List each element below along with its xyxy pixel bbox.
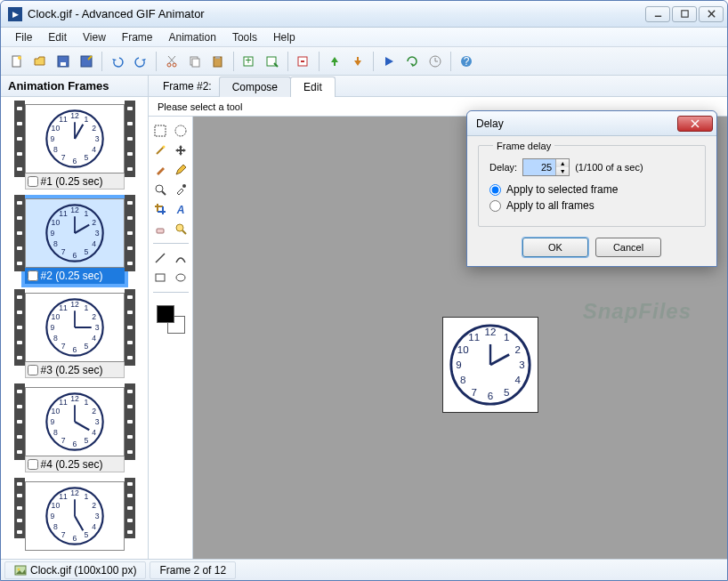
- spinner-up-icon[interactable]: ▲: [556, 159, 569, 167]
- frame-thumbnail[interactable]: 1212 345 678 91011: [25, 198, 125, 268]
- tab-edit[interactable]: Edit: [290, 77, 336, 97]
- ellipse-icon[interactable]: [172, 269, 190, 286]
- menu-edit[interactable]: Edit: [41, 29, 74, 45]
- redo-icon[interactable]: [130, 51, 151, 72]
- frame-item[interactable]: 1212 345 678 91011 #4 (0.25 sec): [4, 383, 144, 476]
- menu-tools[interactable]: Tools: [225, 29, 264, 45]
- minimize-button[interactable]: [645, 6, 670, 22]
- radio-all-input[interactable]: [489, 200, 501, 212]
- paste-icon[interactable]: [207, 51, 229, 72]
- svg-text:12: 12: [70, 300, 79, 309]
- radio-selected-frame[interactable]: Apply to selected frame: [489, 183, 694, 196]
- delay-spinner[interactable]: ▲ ▼: [522, 158, 570, 176]
- foreground-color-swatch[interactable]: [157, 305, 174, 323]
- frame-indicator: Frame #2:: [156, 77, 219, 96]
- undo-icon[interactable]: [107, 51, 128, 72]
- rect-icon[interactable]: [151, 269, 169, 286]
- insert-frame-from-file-icon[interactable]: [262, 51, 283, 72]
- insert-frame-icon[interactable]: +: [239, 51, 260, 72]
- move-icon[interactable]: [172, 141, 190, 159]
- menu-file[interactable]: File: [8, 29, 39, 45]
- maximize-button[interactable]: [672, 6, 697, 22]
- brush-icon[interactable]: [151, 161, 169, 179]
- delay-input[interactable]: [523, 159, 555, 175]
- menu-frame[interactable]: Frame: [115, 29, 160, 45]
- frame-thumbnail[interactable]: 1212 345 678 91011: [25, 481, 125, 551]
- saveas-icon[interactable]: [76, 51, 97, 72]
- frame-thumbnail[interactable]: 1212 345 678 91011: [25, 104, 125, 173]
- copy-icon[interactable]: [184, 51, 206, 72]
- dialog-close-button[interactable]: [677, 116, 713, 132]
- canvas-image[interactable]: 1212 345 678 91011: [442, 317, 538, 413]
- frame-item[interactable]: 1212 345 678 91011 #3 (0.25 sec): [4, 289, 144, 382]
- line-icon[interactable]: [151, 249, 169, 267]
- frame-label-text: #3 (0.25 sec): [41, 364, 103, 376]
- svg-text:3: 3: [519, 359, 524, 370]
- frame-item[interactable]: 1212 345 678 91011: [4, 478, 144, 554]
- svg-text:2: 2: [92, 218, 96, 227]
- svg-text:9: 9: [456, 359, 461, 370]
- radio-all-frames[interactable]: Apply to all frames: [489, 199, 694, 212]
- svg-text:4: 4: [92, 428, 96, 437]
- wand-icon[interactable]: [151, 141, 169, 159]
- svg-line-12: [168, 56, 174, 63]
- frames impropanel-header: Animation Frames: [1, 76, 148, 97]
- rect-select-icon[interactable]: [151, 122, 169, 140]
- ellipse-select-icon[interactable]: [172, 122, 190, 140]
- svg-text:12: 12: [70, 206, 79, 214]
- svg-text:5: 5: [84, 530, 88, 539]
- delete-frame-icon[interactable]: [293, 51, 314, 72]
- svg-text:12: 12: [70, 111, 79, 120]
- frame-thumbnail[interactable]: 1212 345 678 91011: [25, 293, 125, 362]
- help-icon[interactable]: ?: [456, 51, 477, 72]
- ok-button[interactable]: OK: [522, 238, 588, 257]
- frame-item[interactable]: 1212 345 678 91011 #1 (0.25 sec): [4, 101, 144, 193]
- spinner-down-icon[interactable]: ▼: [556, 167, 569, 175]
- svg-text:5: 5: [84, 247, 88, 256]
- text-icon[interactable]: A: [172, 200, 190, 218]
- move-down-icon[interactable]: [347, 51, 368, 72]
- svg-point-136: [18, 568, 20, 570]
- eyedropper-icon[interactable]: [172, 181, 190, 198]
- svg-text:10: 10: [51, 124, 60, 133]
- frames-list[interactable]: 1212 345 678 91011 #1 (0.25 sec) 1212 34…: [1, 97, 148, 559]
- cancel-button[interactable]: Cancel: [595, 238, 661, 257]
- magnify-icon[interactable]: [172, 220, 190, 238]
- frame-checkbox[interactable]: [28, 365, 38, 375]
- curve-icon[interactable]: [172, 249, 190, 267]
- fieldset-legend: Frame delay: [493, 141, 554, 151]
- menu-help[interactable]: Help: [266, 29, 303, 45]
- delay-icon[interactable]: [425, 51, 446, 72]
- svg-text:11: 11: [59, 209, 68, 218]
- frame-item[interactable]: 1212 345 678 91011 #2 (0.25 sec): [4, 195, 144, 287]
- color-swatches[interactable]: [157, 305, 185, 334]
- svg-text:3: 3: [94, 323, 99, 332]
- svg-text:1: 1: [84, 209, 88, 218]
- menu-animation[interactable]: Animation: [162, 29, 223, 45]
- radio-selected-input[interactable]: [489, 184, 501, 196]
- tab-compose[interactable]: Compose: [219, 77, 291, 97]
- open-file-icon[interactable]: [29, 51, 51, 72]
- svg-text:6: 6: [72, 251, 77, 260]
- crop-icon[interactable]: [151, 200, 169, 218]
- play-icon[interactable]: [378, 51, 400, 72]
- dialog-titlebar[interactable]: Delay: [467, 111, 716, 136]
- cut-icon[interactable]: [161, 51, 182, 72]
- close-button[interactable]: [699, 6, 724, 22]
- frame-checkbox[interactable]: [28, 459, 38, 470]
- loop-icon[interactable]: [401, 51, 423, 72]
- zoom-icon[interactable]: [151, 181, 169, 198]
- frame-checkbox[interactable]: [28, 176, 38, 187]
- svg-text:11: 11: [59, 303, 68, 312]
- svg-text:6: 6: [488, 391, 493, 401]
- pencil-icon[interactable]: [172, 161, 190, 179]
- save-icon[interactable]: [53, 51, 74, 72]
- move-up-icon[interactable]: [324, 51, 345, 72]
- svg-text:1: 1: [84, 398, 88, 407]
- eraser-icon[interactable]: [151, 220, 169, 238]
- frame-checkbox[interactable]: [28, 270, 38, 281]
- frame-thumbnail[interactable]: 1212 345 678 91011: [25, 387, 125, 456]
- new-file-icon[interactable]: [6, 51, 28, 72]
- menu-view[interactable]: View: [76, 29, 113, 45]
- frame-caption: #2 (0.25 sec): [25, 268, 125, 284]
